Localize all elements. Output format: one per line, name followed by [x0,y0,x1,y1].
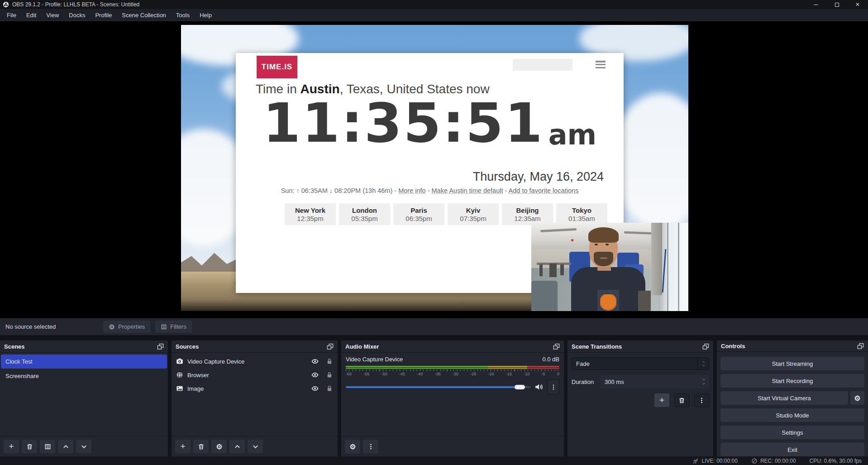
maximize-icon [835,3,839,7]
popout-icon[interactable] [157,343,164,350]
transition-properties-button[interactable] [694,393,709,407]
studio-mode-button[interactable]: Studio Mode [720,408,864,422]
minimize-button[interactable] [806,0,826,9]
chevron-down-icon [81,443,87,450]
move-scene-up-button[interactable] [58,440,73,453]
duration-spin-arrows[interactable] [698,378,709,385]
sun-info: Sun: ↑ 06:35AM ↓ 08:20PM (13h 46m) - Mor… [236,187,624,194]
menu-scene-collection[interactable]: Scene Collection [117,9,171,21]
filter-icon [44,443,51,450]
world-times-row: New York12:35pm London05:35pm Paris06:35… [285,203,607,225]
move-scene-down-button[interactable] [76,440,91,453]
duration-spinbox[interactable]: 300 ms [601,375,709,388]
speaker-icon[interactable] [534,383,543,391]
scene-item-screenshare[interactable]: Screenshare [1,369,167,383]
popout-icon[interactable] [857,343,864,350]
scene-item-clock-test[interactable]: Clock Test [1,355,167,369]
menu-tools[interactable]: Tools [171,9,195,21]
kebab-menu-icon [367,443,374,450]
person-eye [606,244,609,245]
stream-inactive-icon [692,458,699,464]
filter-icon [161,324,167,330]
plus-icon: + [180,442,185,451]
visibility-eye-icon[interactable] [311,385,319,392]
popout-icon[interactable] [327,343,334,350]
chevron-up-icon [701,360,706,364]
lock-icon[interactable] [326,371,333,379]
remove-scene-button[interactable] [22,440,37,453]
scenes-header[interactable]: Scenes [0,340,168,353]
scenes-list: Clock Test Screenshare [0,353,168,436]
start-streaming-button[interactable]: Start Streaming [720,357,864,370]
remove-transition-button[interactable] [674,393,689,407]
menu-help[interactable]: Help [195,9,217,21]
menu-docks[interactable]: Docks [64,9,90,21]
clock-time: 11:35:51 [263,95,544,152]
make-default-link: Make Austin time default [432,187,503,194]
mixer-channel-name: Video Capture Device [346,356,403,363]
cpu-fps-status: CPU: 0.6%, 30.00 fps [810,458,862,464]
audio-mixer-header[interactable]: Audio Mixer [341,340,564,353]
obs-logo-icon [3,1,9,8]
volume-slider[interactable] [346,386,530,388]
search-input[interactable] [513,59,572,71]
move-source-up-button[interactable] [229,440,245,453]
source-row-video-capture[interactable]: Video Capture Device [172,355,338,368]
visibility-eye-icon[interactable] [311,371,319,379]
visibility-eye-icon[interactable] [311,358,319,365]
transition-select-arrows[interactable] [697,358,709,369]
volume-slider-handle[interactable] [515,385,525,389]
virtual-camera-config-button[interactable] [850,391,864,405]
person-hair [588,227,619,243]
add-source-button[interactable]: + [175,440,191,453]
current-date: Thursday, May 16, 2024 [473,170,604,184]
transitions-title: Scene Transitions [572,343,622,350]
webcam-pillar [651,223,662,295]
shirt-logo [600,294,616,311]
plus-icon: + [659,396,664,405]
source-properties-button[interactable] [211,440,227,453]
sources-header[interactable]: Sources [172,340,338,353]
start-virtual-camera-button[interactable]: Start Virtual Camera [720,391,848,405]
add-scene-button[interactable]: + [4,440,19,453]
menu-edit[interactable]: Edit [21,9,41,21]
source-row-image[interactable]: Image [172,382,338,395]
city-time-box: New York12:35pm [285,203,336,225]
settings-button[interactable]: Settings [720,426,864,439]
chair [549,264,557,277]
mixer-channel-menu-button[interactable] [547,379,559,394]
record-inactive-icon [751,458,758,464]
scene-filters-button[interactable] [40,440,55,453]
menu-file[interactable]: File [2,9,21,21]
popout-icon[interactable] [553,343,560,350]
preview-area[interactable]: TIME.IS Time in Austin, Texas, United St… [0,21,868,318]
controls-title: Controls [721,343,745,350]
advanced-audio-button[interactable] [345,440,360,453]
transitions-header[interactable]: Scene Transitions [568,340,713,353]
exit-button[interactable]: Exit [720,443,864,456]
filters-button[interactable]: Filters [155,321,191,333]
add-transition-button[interactable]: + [654,393,669,407]
scene-canvas[interactable]: TIME.IS Time in Austin, Texas, United St… [181,25,688,311]
webcam-source [531,223,688,311]
remove-source-button[interactable] [193,440,209,453]
chevron-up-icon [701,378,706,381]
meter-tick-marks [346,369,559,371]
move-source-down-button[interactable] [248,440,263,453]
mixer-menu-button[interactable] [363,440,378,453]
close-icon: ✕ [855,2,860,7]
start-recording-button[interactable]: Start Recording [720,374,864,388]
lock-icon[interactable] [326,385,333,392]
menu-profile[interactable]: Profile [90,9,117,21]
city-time-box: Tokyo01:35am [556,203,607,225]
menu-view[interactable]: View [41,9,64,21]
source-row-browser[interactable]: Browser [172,368,338,382]
close-button[interactable]: ✕ [847,0,868,9]
controls-header[interactable]: Controls [717,340,868,352]
lock-icon[interactable] [326,358,333,365]
popout-icon[interactable] [702,343,709,350]
properties-button[interactable]: Properties [103,321,150,333]
maximize-button[interactable] [826,0,847,9]
transition-select[interactable]: Fade [572,357,709,370]
meter-bar-left [346,366,559,367]
